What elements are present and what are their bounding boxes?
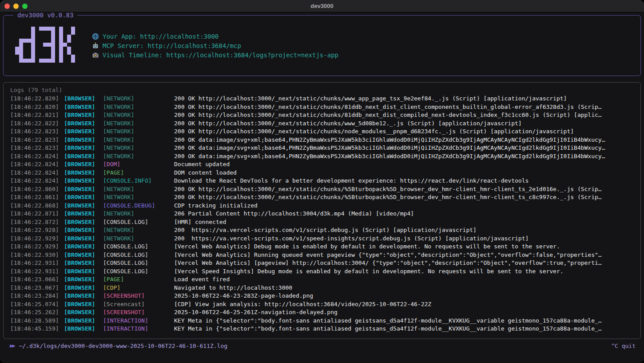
log-category-badge: [SCREENSHOT] bbox=[103, 292, 171, 300]
your-app-link[interactable]: http://localhost:3000 bbox=[140, 33, 219, 40]
log-category-badge: [CONSOLE.LOG] bbox=[103, 243, 171, 251]
log-row: [18:46:22.929] [BROWSER] [NETWORK] 200 h… bbox=[10, 235, 638, 243]
log-source-badge: [BROWSER] bbox=[64, 292, 99, 300]
log-timestamp: [18:46:22.868] bbox=[10, 202, 60, 210]
log-category-badge: [NETWORK] bbox=[103, 120, 171, 128]
globe-icon bbox=[92, 33, 103, 40]
log-category-badge: [PAGE] bbox=[103, 169, 171, 177]
mcp-server-link[interactable]: http://localhost:3684/mcp bbox=[147, 42, 241, 49]
log-row: [18:46:22.929] [BROWSER] [CONSOLE.LOG] [… bbox=[10, 243, 638, 251]
log-row: [18:46:22.823] [BROWSER] [NETWORK] 200 O… bbox=[10, 136, 638, 144]
log-row: [18:46:22.820] [BROWSER] [NETWORK] 200 O… bbox=[10, 103, 638, 112]
d3k-logo bbox=[15, 27, 75, 64]
robot-icon bbox=[92, 42, 103, 49]
log-source-badge: [BROWSER] bbox=[64, 226, 99, 235]
log-message: 200 OK http://localhost:3000/_next/stati… bbox=[174, 185, 638, 194]
log-timestamp: [18:46:22.823] bbox=[10, 136, 60, 144]
log-category-badge: [CONSOLE.DEBUG] bbox=[103, 202, 171, 210]
log-timestamp: [18:46:22.820] bbox=[10, 103, 60, 112]
log-timestamp: [18:46:22.860] bbox=[10, 185, 60, 194]
log-timestamp: [18:46:28.589] bbox=[10, 317, 60, 325]
logs-title: Logs (79 total) bbox=[10, 86, 638, 95]
log-source-badge: [BROWSER] bbox=[64, 251, 99, 259]
link-row-mcp-server: MCP Server: http://localhost:3684/mcp bbox=[92, 42, 338, 49]
log-message: [HMR] connected bbox=[174, 218, 638, 227]
visual-timeline-link[interactable]: https://localhost:3684/logs?project=next… bbox=[166, 52, 338, 59]
log-timestamp: [18:46:22.872] bbox=[10, 218, 60, 227]
log-timestamp: [18:46:23.067] bbox=[10, 284, 60, 292]
log-timestamp: [18:46:22.822] bbox=[10, 120, 60, 128]
header-box-title: dev3000 v0.0.83 bbox=[13, 12, 77, 19]
log-source-badge: [BROWSER] bbox=[64, 300, 99, 309]
log-category-badge: [NETWORK] bbox=[103, 144, 171, 152]
log-row: [18:46:22.871] [BROWSER] [NETWORK] 206 P… bbox=[10, 210, 638, 218]
log-row: [18:46:22.820] [BROWSER] [NETWORK] 200 O… bbox=[10, 95, 638, 103]
log-timestamp: [18:46:22.823] bbox=[10, 144, 60, 152]
log-timestamp: [18:46:22.861] bbox=[10, 193, 60, 202]
log-source-badge: [BROWSER] bbox=[64, 275, 99, 284]
log-row: [18:46:22.860] [BROWSER] [NETWORK] 200 O… bbox=[10, 185, 638, 194]
log-message: Load event fired bbox=[174, 275, 638, 284]
log-message: [Vercel Web Analytics] [pageview] http:/… bbox=[174, 259, 638, 267]
log-timestamp: [18:46:22.824] bbox=[10, 177, 60, 185]
log-message: 200 OK http://localhost:3000/_next/stati… bbox=[174, 193, 638, 202]
log-row: [18:46:22.824] [BROWSER] [PAGE] DOM cont… bbox=[10, 169, 638, 177]
log-message: [Vercel Web Analytics] Debug mode is ena… bbox=[174, 243, 638, 251]
log-source-badge: [BROWSER] bbox=[64, 160, 99, 169]
footer-bar: ▶▶ ~/.d3k/logs/dev3000-dev3000-www-2025-… bbox=[3, 339, 641, 352]
log-row: [18:46:22.928] [BROWSER] [NETWORK] 200 h… bbox=[10, 226, 638, 235]
log-row: [18:46:22.930] [BROWSER] [CONSOLE.LOG] [… bbox=[10, 251, 638, 259]
log-category-badge: [NETWORK] bbox=[103, 226, 171, 235]
log-source-badge: [BROWSER] bbox=[64, 103, 99, 112]
log-category-badge: [NETWORK] bbox=[103, 152, 171, 161]
log-category-badge: [NETWORK] bbox=[103, 235, 171, 243]
log-source-badge: [BROWSER] bbox=[64, 325, 99, 333]
log-message: 2025-10-06T22-46-23-283Z-page-loaded.png bbox=[174, 292, 638, 300]
log-category-badge: [NETWORK] bbox=[103, 103, 171, 112]
log-timestamp: [18:46:25.074] bbox=[10, 300, 60, 309]
log-timestamp: [18:46:22.929] bbox=[10, 243, 60, 251]
log-category-badge: [Screencast] bbox=[103, 300, 171, 309]
log-row: [18:46:22.823] [BROWSER] [NETWORK] 200 O… bbox=[10, 128, 638, 136]
log-source-badge: [BROWSER] bbox=[64, 128, 99, 136]
log-row: [18:46:28.589] [BROWSER] [INTERACTION] K… bbox=[10, 317, 638, 325]
log-category-badge: [NETWORK] bbox=[103, 95, 171, 103]
log-row: [18:46:22.861] [BROWSER] [NETWORK] 200 O… bbox=[10, 193, 638, 202]
log-timestamp: [18:46:22.929] bbox=[10, 235, 60, 243]
link-label: Your App: bbox=[103, 33, 140, 40]
log-row: [18:46:23.067] [BROWSER] [CDP] Navigated… bbox=[10, 284, 638, 292]
log-message: KEY Meta in {"selector":"body.font-sans … bbox=[174, 317, 638, 325]
log-list: [18:46:22.820] [BROWSER] [NETWORK] 200 O… bbox=[10, 95, 638, 333]
log-message: 200 OK http://localhost:3000/_next/stati… bbox=[174, 103, 638, 112]
log-row: [18:46:22.872] [BROWSER] [CONSOLE.LOG] [… bbox=[10, 218, 638, 227]
window-titlebar[interactable]: dev3000 bbox=[0, 0, 644, 12]
log-source-badge: [BROWSER] bbox=[64, 120, 99, 128]
log-message: 200 OK data:image/svg+xml;base64,PHN2ZyB… bbox=[174, 144, 638, 152]
log-row: [18:46:23.066] [BROWSER] [PAGE] Load eve… bbox=[10, 275, 638, 284]
log-source-badge: [BROWSER] bbox=[64, 210, 99, 218]
log-timestamp: [18:46:22.824] bbox=[10, 160, 60, 169]
log-row: [18:46:22.931] [BROWSER] [CONSOLE.LOG] [… bbox=[10, 259, 638, 267]
log-source-badge: [BROWSER] bbox=[64, 169, 99, 177]
log-category-badge: [INTERACTION] bbox=[103, 325, 171, 333]
log-timestamp: [18:46:45.159] bbox=[10, 325, 60, 333]
log-timestamp: [18:46:22.871] bbox=[10, 210, 60, 218]
log-source-badge: [BROWSER] bbox=[64, 177, 99, 185]
log-message: Download the React DevTools for a better… bbox=[174, 177, 638, 185]
log-message: 200 https://va.vercel-scripts.com/v1/spe… bbox=[174, 235, 638, 243]
log-message: 200 OK http://localhost:3000/_next/stati… bbox=[174, 120, 638, 128]
log-source-badge: [BROWSER] bbox=[64, 193, 99, 202]
log-category-badge: [CONSOLE.LOG] bbox=[103, 218, 171, 227]
log-timestamp: [18:46:22.820] bbox=[10, 95, 60, 103]
log-message: 206 Partial Content http://localhost:300… bbox=[174, 210, 638, 218]
log-row: [18:46:22.868] [BROWSER] [CONSOLE.DEBUG]… bbox=[10, 202, 638, 210]
log-category-badge: [CDP] bbox=[103, 284, 171, 292]
logs-box[interactable]: Logs (79 total) [18:46:22.820] [BROWSER]… bbox=[3, 82, 641, 339]
log-source-badge: [BROWSER] bbox=[64, 111, 99, 120]
log-row: [18:46:22.931] [BROWSER] [CONSOLE.LOG] [… bbox=[10, 267, 638, 276]
link-label: MCP Server: bbox=[103, 42, 147, 49]
log-category-badge: [CONSOLE.INFO] bbox=[103, 177, 171, 185]
log-source-badge: [BROWSER] bbox=[64, 185, 99, 194]
terminal-content: dev3000 v0.0.83 Your App: http://localho… bbox=[0, 12, 644, 363]
log-source-badge: [BROWSER] bbox=[64, 235, 99, 243]
